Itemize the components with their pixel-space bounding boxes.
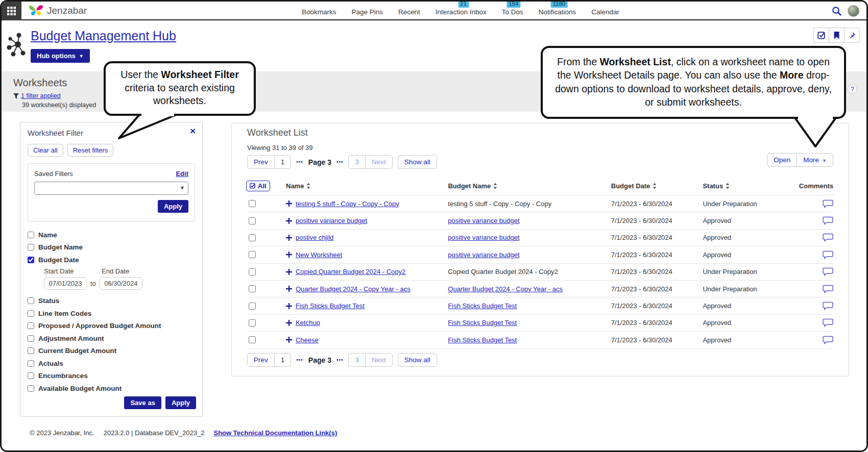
row-checkbox[interactable] — [249, 303, 256, 310]
page-1-button[interactable]: 1 — [274, 155, 292, 169]
row-checkbox[interactable] — [249, 268, 256, 275]
clear-all-button[interactable]: Clear all — [28, 144, 63, 157]
show-all-button[interactable]: Show all — [398, 353, 437, 367]
worksheet-name-link[interactable]: testing 5 stuff - Copy - Copy - Copy — [296, 200, 399, 208]
column-header-budget-name[interactable]: Budget Name — [448, 182, 611, 190]
open-button[interactable]: Open — [767, 153, 797, 167]
comment-icon[interactable] — [823, 233, 833, 242]
worksheet-name-link[interactable]: positive variance budget — [296, 217, 367, 224]
pin-button[interactable] — [844, 28, 860, 43]
comment-icon[interactable] — [823, 216, 833, 225]
prev-page-button[interactable]: Prev — [247, 353, 275, 367]
page-1-button[interactable]: 1 — [274, 353, 292, 367]
encumbrances-checkbox[interactable] — [28, 372, 34, 379]
status-checkbox[interactable] — [28, 297, 34, 304]
page-3-button[interactable]: 3 — [348, 353, 366, 367]
nav-notifications[interactable]: 1180Notifications — [539, 8, 576, 16]
name-checkbox[interactable] — [28, 232, 34, 238]
nav-recent[interactable]: Recent — [398, 8, 420, 16]
page-3-button[interactable]: 3 — [348, 155, 366, 169]
user-avatar[interactable] — [848, 5, 859, 17]
page-title-link[interactable]: Budget Management Hub — [31, 29, 176, 43]
nav-calendar[interactable]: Calendar — [591, 8, 619, 16]
budget-name-link[interactable]: Fish Sticks Budget Test — [448, 319, 517, 327]
saved-filters-select[interactable]: ▾ — [34, 182, 188, 195]
budget-name-link[interactable]: Quarter Budget 2024 - Copy Year - acs — [448, 285, 563, 293]
budget-name-link[interactable]: positive variance budget — [448, 251, 519, 259]
status-text: Under Preparation — [703, 268, 805, 275]
budget-name-link[interactable]: Fish Sticks Budget Test — [448, 336, 517, 344]
hub-options-button[interactable]: Hub options▼ — [31, 49, 90, 63]
column-header-name[interactable]: Name — [269, 182, 448, 190]
budget-date-checkbox[interactable] — [28, 257, 34, 263]
comment-icon[interactable] — [823, 318, 833, 327]
select-all-button[interactable]: All — [246, 181, 270, 191]
expand-plus-icon[interactable] — [286, 269, 292, 275]
apply-filter-button[interactable]: Apply — [165, 396, 196, 409]
row-checkbox[interactable] — [249, 336, 256, 343]
budget-name-link[interactable]: positive variance budget — [448, 234, 519, 241]
comment-icon[interactable] — [823, 267, 833, 276]
expand-plus-icon[interactable] — [286, 252, 292, 258]
apply-saved-filter-button[interactable]: Apply — [158, 200, 188, 213]
search-icon[interactable] — [832, 6, 841, 16]
save-as-button[interactable]: Save as — [124, 396, 161, 409]
worksheet-name-link[interactable]: Fish Sticks Budget Test — [296, 302, 365, 310]
worksheet-name-link[interactable]: New Worksheet — [296, 251, 343, 259]
row-checkbox[interactable] — [249, 285, 256, 292]
line-item-codes-checkbox[interactable] — [28, 310, 34, 317]
next-page-button[interactable]: Next — [365, 353, 393, 367]
nav-bookmarks[interactable]: Bookmarks — [302, 8, 336, 16]
expand-plus-icon[interactable] — [286, 235, 292, 241]
expand-plus-icon[interactable] — [286, 337, 292, 343]
expand-plus-icon[interactable] — [286, 200, 292, 207]
comment-icon[interactable] — [823, 336, 833, 344]
more-dropdown-button[interactable]: More▼ — [797, 153, 833, 167]
bookmark-button[interactable] — [829, 28, 845, 43]
next-page-button[interactable]: Next — [365, 155, 393, 169]
comment-icon[interactable] — [823, 199, 833, 208]
column-header-budget-date[interactable]: Budget Date — [611, 182, 703, 190]
help-button[interactable]: ? — [848, 84, 857, 94]
worksheet-name-link[interactable]: Ketchup — [296, 319, 320, 327]
adjustment-amount-checkbox[interactable] — [28, 335, 34, 342]
prev-page-button[interactable]: Prev — [247, 155, 275, 169]
row-checkbox[interactable] — [249, 251, 256, 258]
technical-documentation-link[interactable]: Show Technical Documentation Link(s) — [213, 429, 337, 437]
app-grid-button[interactable] — [2, 2, 21, 20]
comment-icon[interactable] — [823, 302, 833, 310]
expand-plus-icon[interactable] — [286, 320, 292, 326]
expand-plus-icon[interactable] — [286, 286, 292, 292]
nav-interaction-inbox[interactable]: 21Interaction Inbox — [436, 8, 487, 16]
show-all-button[interactable]: Show all — [398, 155, 437, 169]
available-budget-checkbox[interactable] — [28, 385, 34, 392]
actuals-checkbox[interactable] — [28, 360, 34, 367]
budget-name-link[interactable]: positive variance budget — [448, 217, 519, 224]
column-header-status[interactable]: Status — [703, 182, 805, 190]
nav-page-pins[interactable]: Page Pins — [352, 8, 383, 16]
edit-saved-filters-link[interactable]: Edit — [176, 170, 188, 178]
worksheet-name-link[interactable]: Quarter Budget 2024 - Copy Year - acs — [296, 285, 411, 293]
proposed-approved-checkbox[interactable] — [28, 322, 34, 329]
filter-applied-link[interactable]: 1 filter applied — [13, 92, 61, 99]
row-checkbox[interactable] — [249, 234, 256, 241]
budget-name-link[interactable]: Fish Sticks Budget Test — [448, 302, 517, 310]
row-checkbox[interactable] — [249, 319, 256, 327]
expand-plus-icon[interactable] — [286, 218, 292, 224]
worksheet-name-link[interactable]: Cheese — [296, 336, 319, 344]
current-budget-checkbox[interactable] — [28, 347, 34, 354]
comment-icon[interactable] — [823, 250, 833, 259]
budget-name-checkbox[interactable] — [28, 244, 34, 250]
reset-filters-button[interactable]: Reset filters — [67, 144, 114, 157]
tasks-button[interactable] — [813, 28, 829, 43]
end-date-input[interactable] — [100, 277, 142, 290]
row-checkbox[interactable] — [249, 200, 256, 207]
start-date-input[interactable] — [44, 277, 87, 290]
comment-icon[interactable] — [823, 285, 833, 293]
close-icon[interactable]: × — [190, 126, 196, 136]
worksheet-name-link[interactable]: Copied Quarter Budget 2024 - Copy2 — [296, 268, 405, 275]
row-checkbox[interactable] — [249, 217, 256, 224]
expand-plus-icon[interactable] — [286, 303, 292, 309]
nav-to-dos[interactable]: 154To Dos — [502, 8, 523, 16]
worksheet-name-link[interactable]: postive chjild — [296, 234, 333, 241]
